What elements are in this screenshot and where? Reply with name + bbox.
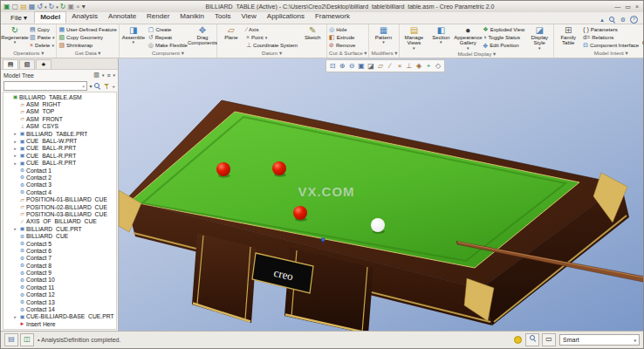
tab-framework[interactable]: Framework bbox=[310, 11, 355, 24]
group-label-model-intent[interactable]: Model Intent ▾ bbox=[554, 49, 644, 58]
tree-item-contact-9[interactable]: ⚙Contact 9 bbox=[3, 269, 116, 276]
undo-icon-arrow[interactable]: ▾ bbox=[45, 4, 47, 10]
redo-icon[interactable]: ↻ bbox=[48, 3, 54, 10]
toggle-status-button[interactable]: ◑Toggle Status bbox=[483, 33, 524, 41]
tab-applications[interactable]: Applications bbox=[262, 11, 310, 24]
annotation-display-icon[interactable]: ◈ bbox=[414, 61, 423, 71]
tree-item-contact-14[interactable]: ⚙Contact 14 bbox=[3, 305, 116, 312]
parameters-button[interactable]: ( )Parameters bbox=[583, 25, 639, 33]
expand-arrow[interactable]: ▸ bbox=[12, 131, 18, 136]
make-flexible-button[interactable]: ◎Make Flexible bbox=[148, 41, 188, 49]
tree-item-contact-2[interactable]: ⚙Contact 2 bbox=[3, 174, 116, 181]
tree-item-contact-3[interactable]: ⚙Contact 3 bbox=[3, 181, 116, 188]
tree-item-billiard-table-prt[interactable]: ▸▣BILLIARD_TABLE.PRT bbox=[3, 130, 116, 137]
billiard-table-model[interactable]: creo bbox=[119, 100, 629, 331]
regenerate-qat-icon[interactable]: ↻ bbox=[60, 3, 66, 10]
coordinate-system-button[interactable]: ⊥Coordinate System bbox=[246, 41, 298, 49]
tree-item-billiard-cue[interactable]: ⚙BILLIARD_CUE bbox=[3, 232, 116, 239]
tab-annotate[interactable]: Annotate bbox=[103, 11, 141, 24]
group-label-model-display[interactable]: Model Display ▾ bbox=[400, 50, 553, 58]
add-filter-icon[interactable]: + bbox=[112, 84, 115, 89]
tree-item-billiard-table-asm[interactable]: ▣BILLIARD_TABLE.ASM bbox=[3, 93, 116, 100]
tree-item-contact-10[interactable]: ⚙Contact 10 bbox=[3, 277, 116, 284]
drag-components-button[interactable]: ✥Drag Components bbox=[189, 25, 216, 49]
close-window-icon[interactable]: × bbox=[76, 3, 80, 10]
plane-button[interactable]: ▱Plane bbox=[218, 25, 244, 49]
remove-button[interactable]: ⊘Remove bbox=[329, 41, 355, 49]
tree-item-contact-13[interactable]: ⚙Contact 13 bbox=[3, 298, 116, 305]
tree-item-position-01-billiard-cue[interactable]: ▱POSITION-01-BILLIARD_CUE bbox=[3, 195, 116, 202]
expand-arrow[interactable]: ▸ bbox=[12, 146, 18, 151]
shrinkwrap-button[interactable]: ▨Shrinkwrap bbox=[58, 41, 116, 49]
tab-render[interactable]: Render bbox=[141, 11, 175, 24]
tree-item-asm-csys[interactable]: ⊥ASM_CSYS bbox=[3, 123, 116, 130]
user-defined-feature-button[interactable]: ▦User-Defined Feature bbox=[58, 25, 116, 33]
expand-arrow[interactable]: ▸ bbox=[12, 314, 18, 319]
tree-item-position-03-billiard-cue[interactable]: ▱POSITION-03-BILLIARD_CUE bbox=[3, 210, 116, 217]
manage-views-button[interactable]: ▤Manage Views▾ bbox=[401, 25, 427, 50]
minimize-icon[interactable]: — bbox=[614, 3, 620, 10]
select-box-button[interactable]: ▭ bbox=[542, 333, 556, 346]
tree-item-contact-1[interactable]: ⚙Contact 1 bbox=[3, 167, 116, 174]
point-button[interactable]: ×Point▾ bbox=[246, 33, 298, 41]
tree-item-contact-7[interactable]: ⚙Contact 7 bbox=[3, 255, 116, 262]
regenerate-button[interactable]: ↻Regenerate▾ bbox=[2, 25, 28, 49]
clear-search-icon[interactable]: × bbox=[82, 84, 86, 89]
tree-item-contact-5[interactable]: ⚙Contact 5 bbox=[3, 240, 116, 247]
tree-item-cue-billiard-base-cue-prt[interactable]: ▸▣CUE-BILLIARD-BASE_CUE.PRT bbox=[3, 313, 116, 320]
tree-columns-icon-arrow[interactable]: ▾ bbox=[102, 72, 105, 78]
find-in-tree-icon[interactable] bbox=[93, 82, 101, 90]
group-label-operations[interactable]: Operations ▾ bbox=[1, 49, 56, 58]
appearance-gallery-button[interactable]: ●Appearance Gallery▾ bbox=[455, 25, 481, 50]
tab-manikin[interactable]: Manikin bbox=[175, 11, 209, 24]
copy-button[interactable]: ▤Copy bbox=[30, 25, 54, 33]
family-table-button[interactable]: ⊞Family Table bbox=[555, 25, 581, 49]
extrude-button[interactable]: ◧Extrude bbox=[329, 33, 355, 41]
windows-icon[interactable]: ▣ bbox=[67, 3, 74, 10]
search-commands-icon[interactable] bbox=[608, 16, 616, 24]
search-history-icon[interactable]: ▾ bbox=[89, 83, 92, 89]
tab-tools[interactable]: Tools bbox=[209, 11, 236, 24]
zoom-in-icon[interactable]: ⊕ bbox=[338, 61, 346, 71]
save-icon[interactable]: ▦ bbox=[29, 3, 36, 10]
tree-item-asm-right[interactable]: ▱ASM_RIGHT bbox=[3, 100, 116, 107]
paste-button[interactable]: ▥Paste▾ bbox=[30, 33, 54, 41]
display-style-icon[interactable]: ◪ bbox=[367, 61, 375, 71]
tree-item-contact-12[interactable]: ⚙Contact 12 bbox=[3, 291, 116, 298]
plane-display-icon[interactable]: ▱ bbox=[376, 61, 385, 71]
help-icon[interactable]: ? bbox=[630, 16, 638, 24]
tree-item-cue-ball-w-prt[interactable]: ▸▣CUE_BALL-W.PRT bbox=[3, 137, 116, 144]
graphics-viewport[interactable]: creo VX.COM bbox=[119, 58, 643, 331]
red-ball[interactable] bbox=[216, 162, 230, 176]
tab-analysis[interactable]: Analysis bbox=[66, 11, 103, 24]
tree-item-insert-here[interactable]: ►Insert Here bbox=[3, 320, 116, 327]
tab-view[interactable]: View bbox=[236, 11, 262, 24]
tree-item-position-02-billiard-cue[interactable]: ▱POSITION-02-BILLIARD_CUE bbox=[3, 203, 116, 210]
open-icon[interactable]: ▤ bbox=[20, 3, 27, 10]
copy-geometry-button[interactable]: ▧Copy Geometry bbox=[58, 33, 116, 41]
tab-model[interactable]: Model bbox=[34, 11, 66, 24]
repaint-icon[interactable]: ▣ bbox=[357, 61, 366, 71]
tree-item-billiard-cue-prt[interactable]: ▸▣BILLIARD_CUE.PRT bbox=[3, 225, 116, 232]
tree-item-contact-11[interactable]: ⚙Contact 11 bbox=[3, 284, 116, 291]
tree-columns-icon[interactable]: ▥ bbox=[93, 72, 99, 79]
tree-item-cue-ball-r-prt[interactable]: ▸▣CUE_BALL-R.PRT bbox=[3, 145, 116, 152]
assemble-button[interactable]: ◨Assemble▾ bbox=[120, 25, 147, 49]
red-ball[interactable] bbox=[293, 206, 307, 220]
csys-display-icon[interactable]: ⊥ bbox=[405, 61, 414, 71]
file-menu-button[interactable]: File ▾ bbox=[3, 13, 34, 24]
tree-settings-icon[interactable]: ≡ bbox=[106, 72, 110, 79]
model-tree-tab[interactable]: ▤ bbox=[3, 59, 18, 69]
display-style-button[interactable]: ◪Display Style▾ bbox=[526, 25, 552, 50]
tree-item-asm-front[interactable]: ▱ASM_FRONT bbox=[3, 115, 116, 122]
close-icon[interactable]: × bbox=[635, 3, 639, 10]
tree-item-contact-8[interactable]: ⚙Contact 8 bbox=[3, 262, 116, 269]
axis-display-icon[interactable]: ∕ bbox=[386, 61, 394, 71]
expand-arrow[interactable]: ▸ bbox=[12, 226, 18, 231]
create-button[interactable]: ▢Create bbox=[148, 25, 188, 33]
minimize-ribbon-icon[interactable]: ▴ bbox=[600, 17, 604, 24]
repeat-button[interactable]: ↺Repeat bbox=[148, 33, 188, 41]
exploded-view-button[interactable]: ❖Exploded View bbox=[483, 25, 524, 33]
group-label-modifiers[interactable]: Modifiers ▾ bbox=[369, 49, 399, 58]
sketch-button[interactable]: ✎Sketch bbox=[299, 25, 325, 49]
